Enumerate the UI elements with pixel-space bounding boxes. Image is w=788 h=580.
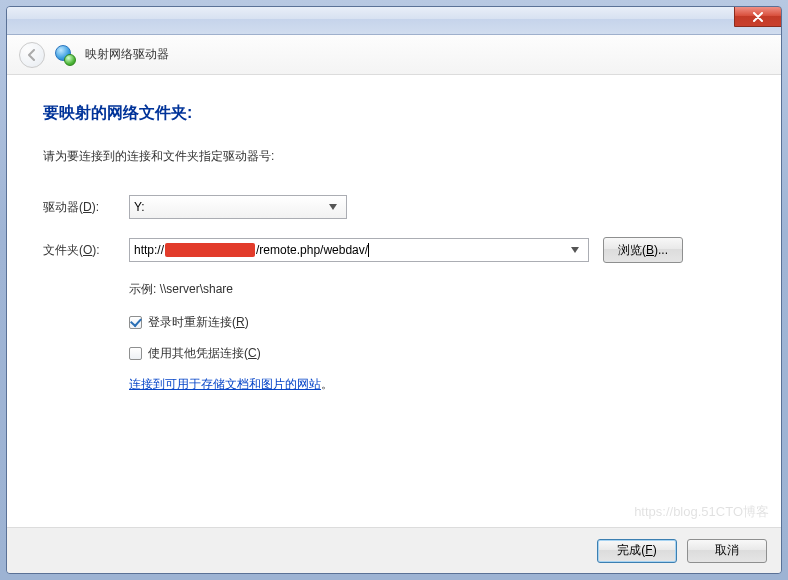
othercreds-row: 使用其他凭据连接(C)	[43, 345, 745, 362]
titlebar	[7, 7, 781, 35]
main-heading: 要映射的网络文件夹:	[43, 103, 745, 124]
back-arrow-icon	[26, 49, 38, 61]
folder-value: http:///remote.php/webdav/	[134, 243, 566, 257]
close-icon	[752, 12, 764, 22]
instruction-text: 请为要连接到的连接和文件夹指定驱动器号:	[43, 148, 745, 165]
wizard-window: 映射网络驱动器 要映射的网络文件夹: 请为要连接到的连接和文件夹指定驱动器号: …	[6, 6, 782, 574]
drive-dropdown[interactable]: Y:	[129, 195, 347, 219]
footer-bar: 完成(F) 取消	[7, 527, 781, 573]
back-button	[19, 42, 45, 68]
map-drive-icon	[55, 45, 75, 65]
folder-row: 文件夹(O): http:///remote.php/webdav/ 浏览(B)…	[43, 237, 745, 263]
header-bar: 映射网络驱动器	[7, 35, 781, 75]
website-link-row: 连接到可用于存储文档和图片的网站。	[43, 376, 745, 393]
cancel-button[interactable]: 取消	[687, 539, 767, 563]
header-title: 映射网络驱动器	[85, 46, 169, 63]
folder-label: 文件夹(O):	[43, 242, 129, 259]
storage-website-link[interactable]: 连接到可用于存储文档和图片的网站	[129, 377, 321, 391]
drive-row: 驱动器(D): Y:	[43, 195, 745, 219]
example-text: 示例: \\server\share	[43, 281, 745, 298]
redacted-host	[165, 243, 255, 257]
drive-value: Y:	[134, 200, 324, 214]
drive-label: 驱动器(D):	[43, 199, 129, 216]
reconnect-row: 登录时重新连接(R)	[43, 314, 745, 331]
content-area: 要映射的网络文件夹: 请为要连接到的连接和文件夹指定驱动器号: 驱动器(D): …	[7, 75, 781, 527]
othercreds-label: 使用其他凭据连接(C)	[148, 345, 261, 362]
close-button[interactable]	[734, 6, 782, 27]
chevron-down-icon	[566, 239, 584, 261]
finish-button[interactable]: 完成(F)	[597, 539, 677, 563]
othercreds-checkbox[interactable]	[129, 347, 142, 360]
reconnect-checkbox[interactable]	[129, 316, 142, 329]
folder-combobox[interactable]: http:///remote.php/webdav/	[129, 238, 589, 262]
reconnect-label: 登录时重新连接(R)	[148, 314, 249, 331]
browse-button[interactable]: 浏览(B)...	[603, 237, 683, 263]
chevron-down-icon	[324, 196, 342, 218]
text-cursor	[368, 243, 369, 257]
